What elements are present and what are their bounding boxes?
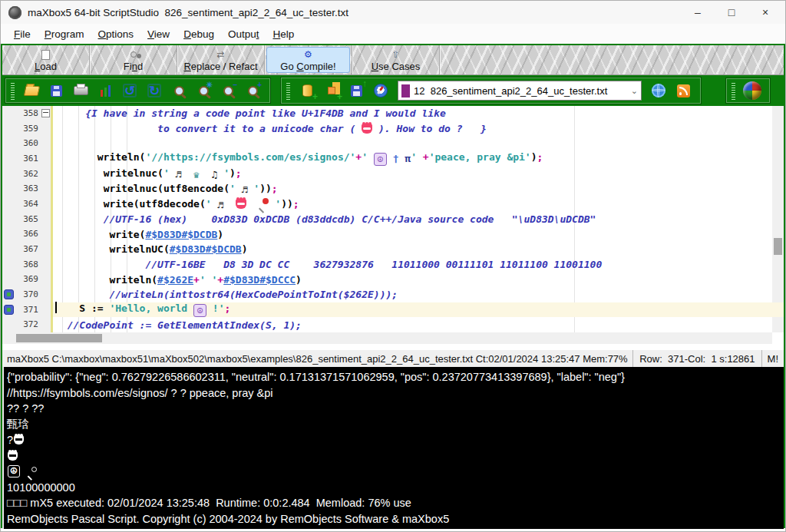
usecases-icon: ⇧ <box>391 50 399 60</box>
code-line-372[interactable]: 372 //CodePoint := GetElementAtIndex(S, … <box>2 317 784 332</box>
console-line-5: ? <box>7 432 779 448</box>
maximize-button[interactable]: □ <box>715 1 748 24</box>
gutter-marker-cell <box>2 272 15 287</box>
zoom-in-icon[interactable]: + <box>243 81 262 100</box>
chevron-down-icon[interactable]: ⌄ <box>631 86 638 96</box>
line-number: 364 <box>15 197 41 212</box>
line-number: 361 <box>15 151 41 167</box>
menu-item-help[interactable]: Help <box>266 26 301 42</box>
icon-group-tools: ++↑ 12 826_sentiment_api2_2_64_uc_tester… <box>281 78 701 104</box>
status-bar: maXbox5 C:\maxbox\maxbox51\maXbox502\max… <box>2 350 784 367</box>
code-editor[interactable]: 358 {I have in string a code point like … <box>2 106 784 332</box>
icon-group2-slot: ++↑ <box>295 81 393 100</box>
gutter-strip <box>51 136 53 151</box>
horizontal-scrollbar[interactable] <box>2 332 772 344</box>
badge-white-emoji-icon <box>14 435 24 444</box>
gutter-marker-cell <box>2 197 15 212</box>
file-selector-combobox[interactable]: 12 826_sentiment_api2_2_64_uc_tester.txt… <box>398 81 642 101</box>
pi-emoji-icon: π <box>405 154 411 164</box>
find-icon <box>130 50 137 60</box>
fold-collapse-icon[interactable] <box>41 109 50 117</box>
toolbar-group: Find <box>90 45 177 74</box>
save-up-icon[interactable]: ↑ <box>347 81 365 100</box>
code-line-370[interactable]: 370 //writeLn(inttostr64(HexCodePointToI… <box>2 287 784 302</box>
code-line-359[interactable]: 359 to convert it to a unicode char ( ).… <box>2 121 784 137</box>
chart-icon[interactable] <box>96 81 114 100</box>
code-text: writelnUC(#$D83D#$DCDB) <box>53 243 247 255</box>
code-line-366[interactable]: 366 write(#$D83D#$DCDB) <box>2 226 784 242</box>
fold-column <box>41 242 51 257</box>
console-line-10: RemObjects Pascal Script. Copyright (c) … <box>7 511 779 527</box>
undo-icon[interactable]: ↺ <box>121 81 139 100</box>
fold-column <box>41 272 51 287</box>
toolbar-grip[interactable] <box>11 81 15 100</box>
menu-item-view[interactable]: View <box>140 26 177 42</box>
output-console[interactable]: {"probability": {"neg": 0.76279226586602… <box>2 367 784 529</box>
line-number: 369 <box>15 272 41 287</box>
menu-item-options[interactable]: Options <box>91 26 141 42</box>
toolbar-button-label: Find <box>124 61 143 72</box>
icon-group-right-slot <box>646 81 695 100</box>
toolbar-grip[interactable] <box>286 81 290 100</box>
find-button[interactable]: Find <box>90 45 177 74</box>
code-line-369[interactable]: 369 writeln(#$262E+' '+#$D83D#$DCCC) <box>2 272 784 287</box>
open-folder-icon[interactable] <box>22 81 41 100</box>
gutter-marker-cell <box>2 121 15 137</box>
search-icon[interactable] <box>170 81 188 100</box>
peace-emoji-icon: ☮ <box>374 153 387 166</box>
icon-group-file: ↺↻✳–+ <box>5 78 270 103</box>
toolbar-button-label: Replace / Refact <box>183 61 257 72</box>
line-number: 365 <box>15 212 41 227</box>
zoom-out-icon[interactable]: – <box>219 81 237 100</box>
code-text: writelnuc(' ♬ ♛ ♫ '); <box>53 167 242 180</box>
search-find-icon[interactable]: ✳ <box>194 81 213 100</box>
line-number: 360 <box>15 136 41 151</box>
close-button[interactable]: × <box>748 1 782 24</box>
replace-refact-button[interactable]: ⇄Replace / Refact <box>177 45 264 74</box>
minimize-button[interactable]: – <box>681 1 715 24</box>
horizontal-scrollbar-thumb[interactable] <box>16 334 102 342</box>
editor-area: 358 {I have in string a code point like … <box>2 106 784 344</box>
code-line-362[interactable]: 362 writelnuc(' ♬ ♛ ♫ '); <box>2 167 784 182</box>
status-modified-flag: M! <box>762 350 784 367</box>
code-text: writelnuc(utf8encode(' ♬ ')); <box>53 183 278 195</box>
code-line-365[interactable]: 365 //UTF-16 (hex) 0xD83D 0xDCDB (d83ddc… <box>2 212 784 227</box>
redo-icon[interactable]: ↻ <box>145 81 163 100</box>
use-cases-button[interactable]: ⇧Use Cases <box>352 45 439 74</box>
menu-item-file[interactable]: File <box>7 26 38 42</box>
code-line-360[interactable]: 360 <box>2 136 784 151</box>
globe-icon[interactable] <box>649 81 668 100</box>
menu-item-debug[interactable]: Debug <box>177 26 221 42</box>
badge-emoji-icon <box>236 199 246 209</box>
toolbar-group: Load <box>2 45 90 74</box>
compass-icon[interactable] <box>372 81 390 100</box>
code-line-361[interactable]: 361 writeln('//https://fsymbols.com/es/s… <box>2 151 784 167</box>
code-line-367[interactable]: 367 writelnUC(#$D83D#$DCDB) <box>2 242 784 257</box>
save-icon[interactable] <box>47 81 65 100</box>
toolbar-button-label: Use Cases <box>372 61 421 72</box>
rss-icon[interactable] <box>674 81 692 100</box>
code-line-368[interactable]: 368 //UTF-16BE D8 3D DC CC 3627932876 11… <box>2 257 784 273</box>
print-icon[interactable] <box>71 81 90 100</box>
code-line-371[interactable]: 371 S := 'Hello, world ☮ !'; <box>2 302 784 318</box>
maxbox-logo-icon[interactable] <box>743 81 761 100</box>
fold-column <box>41 302 51 318</box>
fold-column <box>41 181 51 197</box>
toolbar-grip[interactable] <box>732 81 735 100</box>
add-blocks-icon[interactable]: + <box>322 81 341 100</box>
console-line-4: 甄琀 <box>7 417 779 433</box>
menu-item-output[interactable]: Output <box>221 26 266 42</box>
code-line-364[interactable]: 364 write(utf8decode(' ♬ ')); <box>2 197 784 212</box>
fold-column <box>41 197 51 212</box>
bookmark-icon[interactable] <box>4 289 14 299</box>
toolbar-group: ⇄Replace / Refact <box>177 45 265 74</box>
peace-white-emoji-icon: ☮ <box>8 465 20 477</box>
menu-item-program[interactable]: Program <box>38 26 91 42</box>
go-compile-button[interactable]: ⚙Go Compile! <box>266 47 350 73</box>
toolbar-group: ⚙Go Compile! <box>265 45 352 74</box>
code-line-363[interactable]: 363 writelnuc(utf8encode(' ♬ ')); <box>2 181 784 197</box>
bookmark-icon[interactable] <box>4 305 14 315</box>
code-line-358[interactable]: 358 {I have in string a code point like … <box>2 106 784 121</box>
add-data-icon[interactable]: + <box>298 81 316 100</box>
load-button[interactable]: Load <box>2 45 89 74</box>
